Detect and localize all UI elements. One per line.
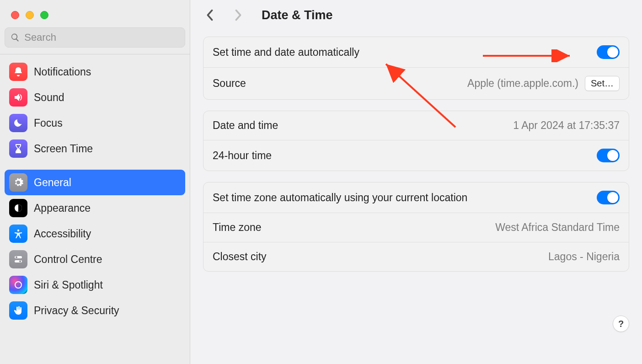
chevron-right-icon — [234, 9, 243, 21]
card-date-time: Date and time 1 Apr 2024 at 17:35:37 24-… — [203, 111, 629, 171]
row-label: Source — [213, 77, 246, 90]
page-title: Date & Time — [262, 8, 333, 22]
sidebar-scroll: Notifications Sound Focus Screen Time — [0, 54, 190, 364]
search-input[interactable] — [24, 32, 179, 43]
sidebar-item-label: Privacy & Security — [34, 305, 119, 317]
row-label: Time zone — [213, 221, 262, 234]
sidebar-item-general[interactable]: General — [5, 170, 185, 195]
row-closest-city: Closest city Lagos - Nigeria — [203, 242, 629, 271]
sidebar-item-label: Control Centre — [34, 253, 102, 266]
row-label: Set time zone automatically using your c… — [213, 192, 467, 204]
nav-forward-button — [230, 6, 247, 24]
row-auto-timezone: Set time zone automatically using your c… — [203, 182, 629, 213]
sidebar-group-2: General Appearance Accessibility Control… — [0, 165, 190, 327]
search-box[interactable] — [5, 27, 185, 48]
row-24-hour: 24-hour time — [203, 140, 629, 171]
sidebar-group-1: Notifications Sound Focus Screen Time — [0, 54, 190, 165]
content: Set time and date automatically Source A… — [190, 32, 642, 283]
toggle-set-time-automatically[interactable] — [597, 45, 620, 59]
sidebar-item-screen-time[interactable]: Screen Time — [5, 136, 185, 161]
fullscreen-window-button[interactable] — [40, 11, 48, 19]
hourglass-icon — [9, 139, 27, 158]
sidebar-item-accessibility[interactable]: Accessibility — [5, 221, 185, 246]
minimize-window-button[interactable] — [26, 11, 34, 19]
sidebar: Notifications Sound Focus Screen Time — [0, 0, 190, 364]
sidebar-item-label: Sound — [34, 91, 64, 104]
sidebar-item-notifications[interactable]: Notifications — [5, 59, 185, 85]
svg-point-6 — [15, 282, 21, 288]
appearance-icon — [9, 199, 27, 217]
sidebar-item-sound[interactable]: Sound — [5, 85, 185, 110]
sidebar-item-label: Notifications — [34, 66, 91, 78]
close-window-button[interactable] — [11, 11, 19, 19]
help-button[interactable]: ? — [613, 316, 629, 332]
bell-icon — [9, 63, 27, 81]
chevron-left-icon — [205, 9, 214, 21]
header: Date & Time — [190, 0, 642, 32]
timezone-value: West Africa Standard Time — [495, 221, 620, 234]
card-time-zone: Set time zone automatically using your c… — [203, 182, 629, 272]
sidebar-item-control-centre[interactable]: Control Centre — [5, 246, 185, 272]
accessibility-icon — [9, 225, 27, 243]
gear-icon — [9, 173, 27, 192]
toggle-auto-timezone[interactable] — [597, 191, 620, 204]
datetime-value: 1 Apr 2024 at 17:35:37 — [513, 119, 620, 132]
row-label: Set time and date automatically — [213, 46, 359, 59]
window-controls — [0, 0, 190, 27]
sidebar-item-label: Accessibility — [34, 228, 91, 240]
closest-city-value: Lagos - Nigeria — [548, 251, 620, 263]
set-source-button[interactable]: Set… — [585, 76, 620, 91]
row-label: Closest city — [213, 251, 267, 263]
toggle-24-hour[interactable] — [597, 149, 620, 162]
row-set-time-automatically: Set time and date automatically — [203, 37, 629, 67]
card-time-source: Set time and date automatically Source A… — [203, 37, 629, 100]
nav-back-button[interactable] — [201, 6, 219, 24]
hand-icon — [9, 301, 27, 320]
sidebar-item-siri-spotlight[interactable]: Siri & Spotlight — [5, 272, 185, 298]
search-container — [0, 27, 190, 54]
svg-point-5 — [19, 261, 21, 262]
sidebar-item-appearance[interactable]: Appearance — [5, 195, 185, 221]
speaker-icon — [9, 88, 27, 107]
sidebar-item-label: General — [34, 177, 71, 189]
sliders-icon — [9, 250, 27, 268]
sidebar-item-label: Screen Time — [34, 143, 93, 155]
row-date-time: Date and time 1 Apr 2024 at 17:35:37 — [203, 111, 629, 140]
sidebar-item-label: Focus — [34, 117, 63, 129]
svg-point-4 — [16, 257, 17, 258]
main-pane: Date & Time Set time and date automatica… — [190, 0, 642, 364]
search-icon — [11, 32, 20, 43]
source-value: Apple (time.apple.com.) — [467, 77, 578, 90]
sidebar-item-label: Siri & Spotlight — [34, 279, 103, 291]
row-label: 24-hour time — [213, 150, 272, 162]
svg-point-1 — [17, 230, 19, 231]
row-label: Date and time — [213, 119, 278, 132]
siri-icon — [9, 276, 27, 294]
sidebar-item-focus[interactable]: Focus — [5, 110, 185, 136]
sidebar-item-privacy-security[interactable]: Privacy & Security — [5, 298, 185, 323]
row-timezone: Time zone West Africa Standard Time — [203, 213, 629, 242]
sidebar-item-label: Appearance — [34, 202, 91, 214]
row-source: Source Apple (time.apple.com.) Set… — [203, 67, 629, 99]
moon-icon — [9, 114, 27, 132]
